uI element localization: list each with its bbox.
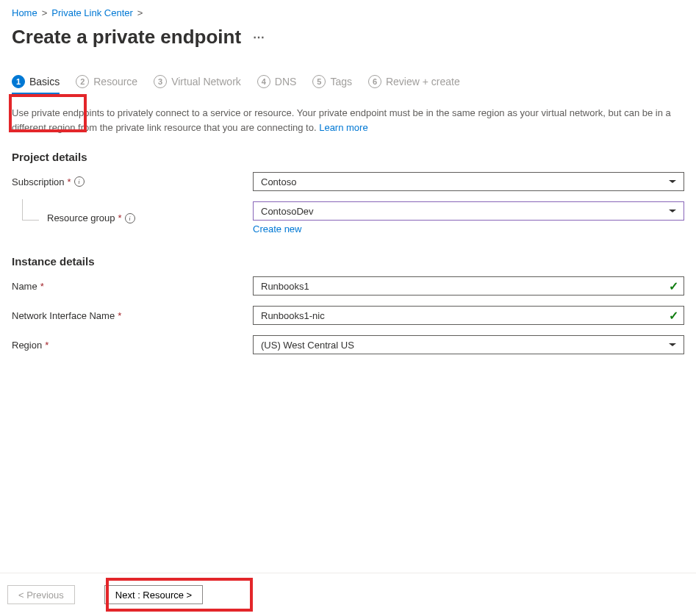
next-button[interactable]: Next : Resource > (104, 585, 203, 604)
check-icon: ✓ (669, 279, 678, 293)
step-number-icon: 5 (312, 75, 326, 88)
tab-virtual-network[interactable]: 3 Virtual Network (154, 75, 241, 93)
tab-label: DNS (275, 76, 297, 87)
create-new-link[interactable]: Create new (253, 223, 301, 234)
required-icon: * (40, 281, 44, 292)
nic-name-input[interactable] (253, 306, 684, 325)
required-icon: * (45, 340, 49, 351)
resource-group-label: Resource group * i (12, 212, 253, 223)
tab-review-create[interactable]: 6 Review + create (368, 75, 460, 93)
step-number-icon: 6 (368, 75, 381, 88)
info-icon[interactable]: i (125, 213, 135, 223)
tab-label: Tags (330, 76, 352, 87)
breadcrumb-home[interactable]: Home (12, 7, 37, 18)
step-number-icon: 2 (76, 75, 89, 88)
wizard-tabs: 1 Basics 2 Resource 3 Virtual Network 4 … (12, 75, 684, 93)
tab-label: Virtual Network (171, 76, 241, 87)
region-label: Region * (12, 340, 253, 351)
chevron-down-icon (669, 180, 676, 183)
nic-name-label: Network Interface Name * (12, 310, 253, 321)
tab-resource[interactable]: 2 Resource (76, 75, 137, 93)
info-icon[interactable]: i (74, 176, 85, 187)
chevron-down-icon (669, 343, 676, 346)
name-input[interactable] (253, 276, 684, 296)
subscription-select[interactable]: Contoso (253, 172, 684, 191)
tab-tags[interactable]: 5 Tags (312, 75, 352, 93)
required-icon: * (68, 176, 71, 187)
breadcrumb: Home > Private Link Center > (12, 6, 684, 23)
previous-button: < Previous (7, 585, 75, 604)
check-icon: ✓ (669, 309, 678, 323)
tab-dns[interactable]: 4 DNS (257, 75, 297, 93)
name-label: Name * (12, 281, 253, 292)
chevron-right-icon: > (42, 7, 48, 18)
section-project-details: Project details (12, 151, 684, 163)
page-title: Create a private endpoint ⋯ (12, 26, 684, 49)
step-number-icon: 3 (154, 75, 167, 88)
tab-label: Review + create (386, 76, 460, 87)
breadcrumb-private-link-center[interactable]: Private Link Center (51, 7, 133, 18)
required-icon: * (118, 212, 122, 223)
subscription-label: Subscription * i (12, 176, 253, 187)
resource-group-select[interactable]: ContosoDev (253, 201, 684, 221)
more-actions-icon[interactable]: ⋯ (253, 30, 266, 44)
section-instance-details: Instance details (12, 255, 684, 268)
tab-label: Resource (93, 76, 137, 87)
chevron-right-icon: > (137, 7, 143, 18)
page-description: Use private endpoints to privately conne… (12, 106, 681, 135)
footer-bar: < Previous Next : Resource > (0, 573, 696, 616)
step-number-icon: 1 (12, 75, 25, 88)
step-number-icon: 4 (257, 75, 270, 88)
region-select[interactable]: (US) West Central US (253, 335, 684, 354)
required-icon: * (118, 310, 121, 321)
learn-more-link[interactable]: Learn more (319, 122, 367, 133)
tab-basics[interactable]: 1 Basics (12, 75, 60, 93)
tab-label: Basics (29, 76, 60, 87)
chevron-down-icon (669, 209, 676, 212)
